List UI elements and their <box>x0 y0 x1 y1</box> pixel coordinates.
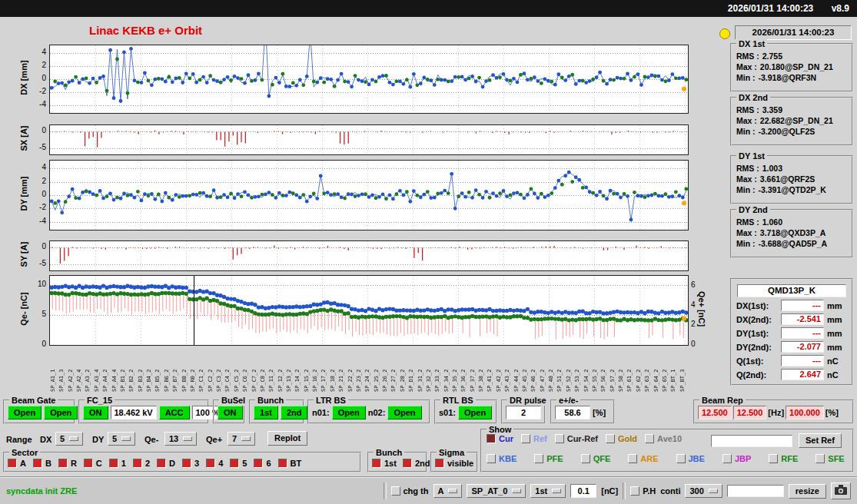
busel-on-button[interactable]: ON <box>218 406 243 419</box>
option-menu-icon <box>241 436 251 441</box>
ltr-bs-group: LTR BS n01: Open n02: Open <box>307 400 430 424</box>
checkbox-icon <box>815 454 825 463</box>
show-toggle-are[interactable]: ARE <box>628 454 658 463</box>
beam-gate-group-label: Beam Gate <box>9 395 58 406</box>
stat-row: Max :22.682@SP_DN_21 <box>736 116 852 125</box>
monitor-row: DX(2nd):-2.541mm <box>736 313 849 325</box>
replot-button[interactable]: Replot <box>267 431 307 446</box>
sector-checkbox-c[interactable]: C <box>84 459 102 468</box>
bunch-checkbox-1st[interactable]: 1st <box>372 459 397 468</box>
chg-th-checkbox[interactable]: chg th <box>391 486 429 496</box>
show-toggle-sfe[interactable]: SFE <box>815 454 844 463</box>
stat-box-dy-2nd: DY 2ndRMS :1.060Max :3.718@QXD3P_AMin :-… <box>730 209 853 258</box>
show-toggle-qfe[interactable]: QFE <box>581 454 611 463</box>
bpm-monitor-panel: QMD13P_K DX(1st):---mmDX(2nd):-2.541mmDY… <box>730 278 853 386</box>
monitor-row: DY(2nd):-2.077mm <box>736 341 849 353</box>
stat-box-dx-1st: DX 1stRMS :2.755Max :20.180@SP_DN_21Min … <box>730 43 853 92</box>
axis-tick-label: 6 <box>691 280 708 289</box>
bunch-checkbox-label: 2nd <box>415 459 430 468</box>
range-qe-plus-name: Qe+ <box>206 435 222 444</box>
checkbox-icon <box>722 454 732 463</box>
show-toggle-label: JBE <box>689 454 705 463</box>
checkbox-icon <box>58 459 68 468</box>
ltr-n01-open-button[interactable]: Open <box>332 406 366 419</box>
sector-checkbox-label: 5 <box>242 459 247 468</box>
set-ref-input[interactable] <box>711 435 792 447</box>
sector-checkbox-bt[interactable]: BT <box>278 459 302 468</box>
sector-checkbox-6[interactable]: 6 <box>254 459 271 468</box>
sector-checkbox-r[interactable]: R <box>58 459 77 468</box>
range-dx-select[interactable]: 5 <box>55 432 83 446</box>
show-toggle-ave10[interactable]: Ave10 <box>645 434 682 443</box>
range-dy-select[interactable]: 5 <box>108 432 135 446</box>
stat-value: -3.688@QAD5P_A <box>759 239 828 248</box>
show-toggle-label: QFE <box>593 454 611 463</box>
monitor-row-label: DX(2nd): <box>736 315 778 324</box>
sigma-checkbox-visible[interactable]: visible <box>435 459 473 468</box>
checkbox-icon <box>206 459 215 468</box>
fc15-acc-button[interactable]: ACC <box>159 406 190 419</box>
axis-tick-label: 2 <box>28 61 46 69</box>
show-toggle-cur[interactable]: Cur <box>487 434 513 443</box>
stat-box-title: DY 2nd <box>736 204 770 215</box>
bunch-select[interactable]: 1st <box>530 484 566 498</box>
bunch-1st-button[interactable]: 1st <box>254 406 278 419</box>
stat-label: Min : <box>736 185 756 194</box>
axis-tick-label: -2 <box>28 87 46 95</box>
checkbox-icon <box>84 459 93 468</box>
stat-label: RMS : <box>736 217 759 227</box>
show-toggle-label: SFE <box>828 454 844 463</box>
stat-value: 2.755 <box>762 51 782 61</box>
show-toggle-cur-ref[interactable]: Cur-Ref <box>555 434 598 443</box>
beam-gate-group: Beam Gate Open Open <box>3 400 75 424</box>
show-toggle-rfe[interactable]: RFE <box>769 454 798 463</box>
show-toggle-ref[interactable]: Ref <box>521 434 547 443</box>
sector-checkbox-3[interactable]: 3 <box>182 459 199 468</box>
range-dx-name: DX <box>40 435 51 444</box>
show-toggle-pfe[interactable]: PFE <box>534 454 563 463</box>
linac-orbit-window: 2026/01/31 14:00:23 v8.9 Linac KEKB e+ O… <box>0 0 857 504</box>
bpm-select[interactable]: SP_AT_0 <box>467 484 526 498</box>
fc15-on-button[interactable]: ON <box>83 406 108 419</box>
resize-button[interactable]: resize <box>789 484 826 499</box>
sector-checkbox-1[interactable]: 1 <box>109 459 126 468</box>
sector-checkbox-a[interactable]: A <box>8 459 26 468</box>
threshold-readout: 0.1 <box>570 484 596 498</box>
stat-value: 22.682@SP_DN_21 <box>760 116 833 125</box>
screenshot-button[interactable] <box>831 482 851 499</box>
bunch-2nd-button[interactable]: 2nd <box>281 406 308 419</box>
bunch-checkbox-2nd[interactable]: 2nd <box>403 459 430 468</box>
ltr-n02-open-button[interactable]: Open <box>387 406 421 419</box>
sector-checkbox-b[interactable]: B <box>33 459 51 468</box>
beam-select[interactable]: A <box>433 484 463 498</box>
range-qe-plus-select[interactable]: 7 <box>228 432 255 446</box>
sector-checkbox-4[interactable]: 4 <box>206 459 223 468</box>
rtl-s01-open-button[interactable]: Open <box>458 406 492 419</box>
show-toggle-kbe[interactable]: KBE <box>487 454 517 463</box>
stat-box-dx-2nd: DX 2ndRMS :3.359Max :22.682@SP_DN_21Min … <box>730 97 853 146</box>
sector-checkbox-d[interactable]: D <box>157 459 175 468</box>
show-toggle-gold[interactable]: Gold <box>606 434 637 443</box>
beam-gate-open-button-2[interactable]: Open <box>44 406 78 419</box>
stat-label: Min : <box>736 127 756 136</box>
sector-checkbox-2[interactable]: 2 <box>133 459 150 468</box>
sector-group: Sector ABRC12D3456BT <box>3 452 361 472</box>
checkbox-icon <box>630 486 639 496</box>
axis-tick-label: 0 <box>28 190 46 198</box>
stat-label: RMS : <box>736 105 759 114</box>
count-select[interactable]: 300 <box>685 484 722 498</box>
axis-tick-label: 4 <box>691 300 708 309</box>
checkbox-icon <box>254 459 263 468</box>
range-qe-minus-select[interactable]: 13 <box>164 432 197 446</box>
show-toggle-jbp[interactable]: JBP <box>722 454 751 463</box>
ph-checkbox[interactable]: P.H <box>630 486 656 496</box>
status-blank-input[interactable] <box>727 485 784 497</box>
set-ref-button[interactable]: Set Ref <box>799 433 842 448</box>
sector-checkbox-5[interactable]: 5 <box>230 459 247 468</box>
beam-gate-open-button-1[interactable]: Open <box>8 406 42 419</box>
conti-toggle[interactable]: conti <box>660 486 680 496</box>
stat-label: Max : <box>736 116 757 125</box>
fc15-kv-readout: 18.462 kV <box>111 406 157 419</box>
ltr-n02-label: n02: <box>368 408 386 417</box>
show-toggle-jbe[interactable]: JBE <box>676 454 705 463</box>
